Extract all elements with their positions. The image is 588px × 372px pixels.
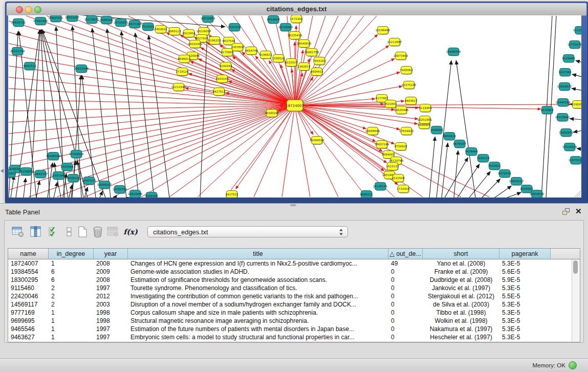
- graph-edge-black[interactable]: [458, 164, 480, 198]
- graph-node[interactable]: 9115460: [419, 104, 432, 112]
- graph-node[interactable]: 18807249: [375, 141, 389, 148]
- table-cell[interactable]: Dudbridge et al. (2008): [423, 276, 499, 284]
- table-cell[interactable]: Estimation of significance thresholds fo…: [128, 276, 388, 284]
- graph-edge-black[interactable]: [429, 137, 435, 198]
- table-cell[interactable]: Genome-wide association studies in ADHD.: [128, 268, 388, 276]
- table-cell[interactable]: Wolkin et al. (1998): [423, 317, 499, 325]
- table-cell[interactable]: de Silva et al. (2003): [423, 300, 499, 309]
- graph-node[interactable]: 1595853: [572, 101, 581, 108]
- graph-node[interactable]: 18300295: [265, 110, 279, 117]
- table-cell[interactable]: 5.3E-5: [499, 284, 551, 292]
- graph-edge-red[interactable]: [295, 105, 310, 197]
- graph-node[interactable]: 9129946: [562, 55, 575, 62]
- graph-node[interactable]: 10653257: [65, 15, 80, 21]
- graph-node[interactable]: 2718126: [176, 68, 189, 76]
- graph-edge-red[interactable]: [199, 59, 295, 105]
- graph-node[interactable]: 8454749: [245, 47, 258, 55]
- table-cell[interactable]: Embryonic stem cells: a model to study s…: [128, 333, 388, 341]
- table-cell[interactable]: 2008: [94, 276, 128, 284]
- show-column-icon[interactable]: [29, 225, 43, 239]
- graph-node[interactable]: 13958167: [97, 181, 112, 189]
- table-cell[interactable]: 5.3E-5: [499, 317, 551, 325]
- table-cell[interactable]: 14569117: [8, 300, 49, 309]
- table-cell[interactable]: 18300295: [8, 276, 49, 284]
- graph-node[interactable]: 16543382: [188, 40, 202, 48]
- table-cell[interactable]: 5.6E-5: [499, 268, 551, 276]
- graph-node[interactable]: 9466160: [100, 16, 113, 24]
- table-cell[interactable]: Disruption of a novel member of a sodium…: [128, 300, 388, 309]
- column-header-title[interactable]: title: [128, 249, 388, 259]
- select-column-checks-icon[interactable]: [47, 225, 61, 239]
- graph-node[interactable]: 27691406: [33, 17, 48, 25]
- table-cell[interactable]: 2012: [94, 292, 128, 300]
- graph-edge-black[interactable]: [507, 192, 521, 198]
- graph-node[interactable]: 7515526: [142, 23, 155, 31]
- graph-node[interactable]: 10973493: [394, 52, 408, 60]
- graph-node[interactable]: 15276021: [84, 16, 99, 24]
- graph-node[interactable]: 12923446: [128, 190, 143, 198]
- graph-node[interactable]: 20206556: [46, 152, 61, 160]
- graph-node[interactable]: 8427552: [226, 191, 238, 198]
- graph-node[interactable]: 17654923: [399, 127, 414, 135]
- graph-edge-red[interactable]: [295, 105, 366, 129]
- graph-edge-black[interactable]: [36, 181, 39, 198]
- graph-edge-red[interactable]: [236, 105, 295, 189]
- table-cell[interactable]: Franke et al. (2009): [423, 268, 499, 276]
- graph-node-hub[interactable]: 18724007: [286, 100, 304, 111]
- table-cell[interactable]: 2: [49, 284, 94, 292]
- graph-edge-black[interactable]: [456, 60, 475, 198]
- table-cell[interactable]: Tibbo et al. (1998): [423, 309, 499, 317]
- graph-node[interactable]: 6679197: [453, 140, 466, 148]
- graph-node[interactable]: 15751074: [568, 41, 581, 49]
- graph-node[interactable]: 7955182: [313, 57, 326, 65]
- graph-node[interactable]: 14136141: [373, 183, 388, 190]
- float-panel-icon[interactable]: [562, 208, 570, 215]
- graph-node[interactable]: 16210643: [555, 114, 570, 121]
- table-cell[interactable]: 1: [49, 333, 94, 341]
- table-cell[interactable]: 9699695: [8, 317, 49, 325]
- graph-edge-black[interactable]: [572, 89, 581, 92]
- table-cell[interactable]: 49: [388, 259, 423, 268]
- graph-node[interactable]: 13505135: [66, 174, 81, 182]
- table-row[interactable]: 946554611997Estimation of the future num…: [8, 325, 580, 333]
- graph-node[interactable]: 7463822: [155, 26, 167, 33]
- graph-node[interactable]: 8322037: [285, 59, 298, 67]
- graph-node[interactable]: 9242844: [220, 62, 232, 70]
- graph-edge-black[interactable]: [572, 74, 581, 78]
- table-cell[interactable]: 0: [388, 268, 423, 276]
- table-cell[interactable]: 0: [388, 284, 423, 292]
- panel-collapse-arrow-icon[interactable]: [1, 169, 4, 173]
- graph-node[interactable]: 26351704: [10, 48, 25, 55]
- graph-node[interactable]: 19384554: [310, 137, 324, 144]
- table-cell[interactable]: 1997: [94, 333, 128, 341]
- graph-node[interactable]: 12942757: [33, 170, 48, 178]
- column-header-name[interactable]: name: [8, 249, 49, 259]
- column-header-pagerank[interactable]: pagerank: [499, 249, 551, 259]
- graph-edge-black[interactable]: [454, 150, 458, 198]
- graph-node[interactable]: 9904413: [311, 68, 323, 76]
- graph-edge-red[interactable]: [295, 105, 384, 171]
- graph-edge-black[interactable]: [482, 179, 500, 198]
- table-row[interactable]: 1872400712008Changes of HCN gene express…: [8, 259, 580, 268]
- scrollbar-thumb[interactable]: [573, 260, 578, 274]
- graph-node[interactable]: 12444194: [556, 99, 571, 106]
- graph-node[interactable]: 1640954: [430, 126, 443, 134]
- table-cell[interactable]: 5.3E-5: [499, 325, 551, 333]
- table-cell[interactable]: 6: [49, 268, 94, 276]
- window-titlebar[interactable]: citations_edges.txt: [7, 3, 586, 16]
- graph-edge-black[interactable]: [570, 119, 581, 120]
- table-row[interactable]: 1830029562008Estimation of significance …: [8, 276, 580, 284]
- table-cell[interactable]: Nakamura et al. (1997): [423, 325, 499, 333]
- graph-edge-black[interactable]: [495, 186, 512, 198]
- table-cell[interactable]: 0: [388, 333, 423, 341]
- graph-node[interactable]: 7932621: [488, 162, 501, 170]
- graph-node[interactable]: 1362615: [298, 63, 311, 71]
- table-cell[interactable]: 2003: [94, 300, 128, 309]
- table-cell[interactable]: 0: [388, 309, 423, 317]
- graph-edge-red[interactable]: [9, 105, 295, 122]
- table-cell[interactable]: 1997: [94, 284, 128, 292]
- graph-node[interactable]: 10025486: [394, 106, 409, 114]
- graph-node[interactable]: 9215953: [541, 106, 554, 114]
- graph-node[interactable]: 7357224: [228, 24, 241, 31]
- table-cell[interactable]: 1997: [94, 325, 128, 333]
